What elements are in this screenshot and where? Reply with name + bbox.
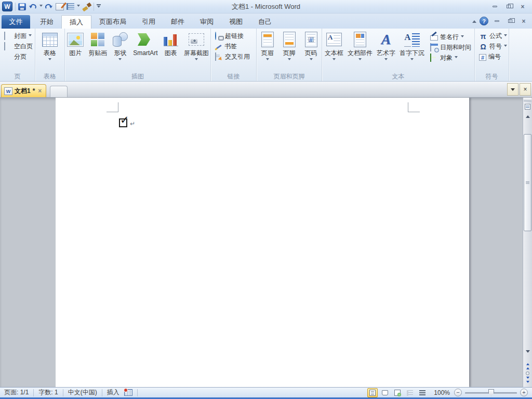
hyperlink-button[interactable]: 超链接 (214, 31, 245, 41)
group-label: 表格 (36, 73, 64, 81)
restore-button[interactable] (503, 3, 514, 10)
page-indicator[interactable]: 页面: 1/1 (4, 388, 29, 397)
zoom-level[interactable]: 100% (434, 389, 450, 396)
previous-page-button[interactable] (524, 362, 531, 369)
window-title: 文档1 - Microsoft Word (0, 0, 532, 14)
view-print-layout-button[interactable] (367, 388, 378, 397)
number-button[interactable]: # 编号 (477, 52, 502, 62)
status-bar: 页面: 1/1 字数: 1 中文(中国) 插入 100% − + (0, 387, 532, 399)
view-web-layout-button[interactable] (392, 388, 403, 397)
button-label: 超链接 (225, 32, 244, 41)
bookmark-button[interactable]: 书签 (214, 42, 238, 51)
blank-page-button[interactable]: 空白页 (3, 42, 34, 51)
text-box-button[interactable]: 文本框 (323, 29, 345, 71)
symbol-button[interactable]: Ω 符号 (477, 42, 509, 51)
check-mark-icon: ✓ (120, 114, 129, 125)
doc-minimize-button[interactable] (491, 17, 502, 25)
tab-references[interactable]: 引用 (134, 15, 163, 29)
select-browse-object-button[interactable] (524, 370, 531, 376)
reading-view-icon (382, 390, 388, 395)
document-page[interactable]: ✓ ↵ (56, 98, 469, 387)
button-label: 页眉 (261, 49, 274, 57)
macro-record-icon[interactable] (124, 389, 132, 396)
tab-home[interactable]: 开始 (32, 15, 61, 29)
zoom-in-button[interactable]: + (520, 389, 528, 396)
tab-close-icon[interactable]: × (38, 87, 42, 95)
word-count[interactable]: 字数: 1 (38, 388, 58, 397)
vertical-scrollbar[interactable] (523, 98, 532, 387)
omega-icon: Ω (479, 43, 487, 51)
screenshot-icon (189, 33, 204, 46)
chart-button[interactable]: 图表 (160, 29, 182, 71)
ribbon: 封面 空白页 分页 页 表格 (0, 29, 532, 82)
split-handle[interactable] (524, 98, 531, 101)
tab-file[interactable]: 文件 (2, 15, 30, 29)
button-label: 文档部件 (348, 49, 373, 57)
dropdown-arrow-icon (358, 58, 362, 62)
doc-restore-button[interactable] (505, 17, 515, 25)
tab-custom[interactable]: 自己 (250, 15, 280, 29)
cross-reference-button[interactable]: 交叉引用 (214, 52, 251, 62)
tab-insert[interactable]: 插入 (61, 15, 91, 29)
signature-line-button[interactable]: 签名行 (429, 32, 466, 42)
page-number-button[interactable]: # 页码 (300, 29, 322, 71)
bookmark-icon (215, 43, 222, 50)
tab-list-dropdown-button[interactable] (507, 83, 518, 96)
tab-mailings[interactable]: 邮件 (163, 15, 192, 29)
picture-button[interactable]: 图片 (64, 29, 86, 71)
table-button[interactable]: 表格 (39, 29, 61, 71)
document-tab-active[interactable]: W 文档1 * × (1, 84, 46, 97)
shapes-button[interactable]: 形状 (109, 29, 131, 71)
word-doc-icon: W (4, 87, 12, 95)
zoom-out-button[interactable]: − (454, 389, 462, 396)
group-header-footer: 页眉 页脚 # 页码 页眉和页脚 (257, 29, 322, 81)
scroll-up-button[interactable] (524, 112, 531, 119)
page-break-button[interactable]: 分页 (3, 52, 28, 62)
group-label: 页眉和页脚 (257, 73, 321, 81)
title-bar: W 文档1 - Microsoft Word × (0, 0, 532, 14)
drop-cap-button[interactable]: A 首字下沉 (397, 29, 427, 71)
next-page-button[interactable] (524, 377, 531, 384)
view-fullscreen-reading-button[interactable] (380, 388, 390, 397)
pi-icon: π (479, 32, 487, 41)
tab-view[interactable]: 视图 (221, 15, 250, 29)
zoom-slider-thumb[interactable] (488, 389, 494, 396)
equation-button[interactable]: π 公式 (477, 31, 509, 41)
smartart-button[interactable]: SmartArt (131, 29, 159, 71)
language-indicator[interactable]: 中文(中国) (68, 388, 97, 397)
button-label: 页码 (305, 49, 317, 57)
divider (33, 389, 34, 396)
tab-review[interactable]: 审阅 (192, 15, 221, 29)
button-label: 符号 (489, 42, 502, 51)
draft-view-icon (419, 390, 425, 395)
button-label: 书签 (224, 42, 237, 51)
footer-button[interactable]: 页脚 (278, 29, 300, 71)
checked-checkbox-symbol[interactable]: ✓ (119, 118, 127, 127)
tab-bar-close-button[interactable]: × (520, 83, 531, 96)
quick-parts-button[interactable]: 文档部件 (345, 29, 375, 71)
header-button[interactable]: 页眉 (257, 29, 278, 71)
doc-close-button[interactable]: × (518, 17, 529, 25)
wordart-button[interactable]: A 艺术字 (375, 29, 397, 71)
collapse-ribbon-icon[interactable] (472, 18, 476, 23)
help-icon[interactable]: ? (480, 17, 488, 25)
cross-reference-icon (215, 52, 216, 61)
screenshot-button[interactable]: 屏幕截图 (182, 29, 211, 71)
cover-page-button[interactable]: 封面 (3, 31, 33, 41)
zoom-slider[interactable] (465, 389, 517, 397)
scrollbar-thumb[interactable] (524, 134, 531, 231)
clipart-button[interactable]: 剪贴画 (86, 29, 109, 71)
date-time-button[interactable]: 日期和时间 (429, 43, 473, 52)
close-button[interactable]: × (517, 3, 528, 10)
object-button[interactable]: 对象 (429, 53, 459, 63)
scroll-down-button[interactable] (524, 349, 531, 356)
view-draft-button[interactable] (417, 388, 428, 397)
view-outline-button[interactable] (405, 388, 415, 397)
minimize-button[interactable] (489, 3, 500, 10)
page-number-icon: # (305, 32, 317, 47)
insert-mode-indicator[interactable]: 插入 (107, 388, 119, 397)
hash-icon: # (479, 54, 486, 61)
ruler-toggle-button[interactable] (524, 102, 531, 111)
new-document-tab[interactable] (50, 86, 68, 97)
tab-page-layout[interactable]: 页面布局 (91, 15, 134, 29)
